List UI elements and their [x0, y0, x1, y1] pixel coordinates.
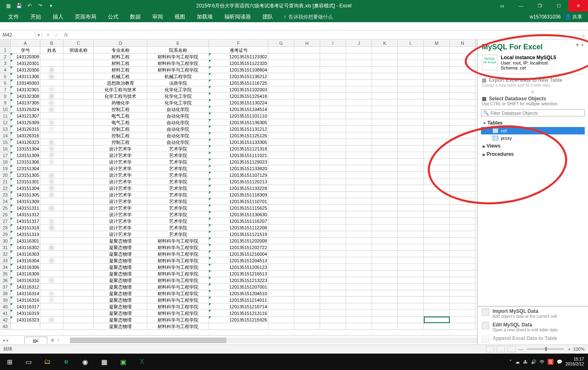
cell[interactable]	[372, 303, 398, 310]
cell[interactable]	[294, 231, 320, 238]
cell[interactable]	[450, 231, 476, 238]
cell[interactable]: 焦	[40, 139, 63, 146]
cell[interactable]	[320, 106, 346, 113]
cell[interactable]: 艺术学院	[147, 218, 209, 224]
minimize-icon[interactable]: ―	[511, 0, 530, 12]
cell[interactable]: 艺术学院	[147, 205, 209, 211]
cell[interactable]	[63, 277, 94, 284]
cell[interactable]	[450, 159, 476, 165]
cell[interactable]: 120135151207001	[209, 284, 268, 290]
row-header[interactable]: 24	[0, 198, 11, 205]
cell[interactable]	[320, 323, 346, 330]
cell[interactable]: 设计艺术学	[94, 224, 147, 231]
cell[interactable]	[372, 165, 398, 172]
panel-dropdown-icon[interactable]: ▼ ✕	[575, 43, 584, 47]
cell[interactable]	[372, 224, 398, 231]
cell[interactable]: 机械工程学院	[147, 73, 209, 80]
cell[interactable]	[320, 192, 346, 198]
cell[interactable]	[63, 178, 94, 185]
cell[interactable]	[450, 205, 476, 211]
filter-box[interactable]: 🔍	[481, 109, 585, 116]
cell[interactable]	[294, 152, 320, 159]
cell[interactable]	[346, 271, 372, 277]
cell[interactable]	[450, 244, 476, 251]
row-header[interactable]: 21	[0, 178, 11, 185]
cell[interactable]	[450, 317, 476, 323]
cell[interactable]	[63, 106, 94, 113]
cell[interactable]	[450, 113, 476, 119]
row-header[interactable]: 42	[0, 317, 11, 323]
cell[interactable]	[398, 244, 424, 251]
cell[interactable]	[424, 73, 450, 80]
row-header[interactable]: 7	[0, 86, 11, 93]
col-header[interactable]: N	[450, 39, 476, 47]
cell[interactable]	[450, 297, 476, 303]
cancel-formula-icon[interactable]: ✕	[44, 32, 52, 38]
cell[interactable]	[40, 238, 63, 244]
cell[interactable]	[450, 251, 476, 257]
cell[interactable]	[63, 139, 94, 146]
cell[interactable]	[346, 251, 372, 257]
cell[interactable]	[63, 67, 94, 73]
cell[interactable]	[372, 73, 398, 80]
cell[interactable]: 光	[40, 218, 63, 224]
cell[interactable]	[63, 284, 94, 290]
cell[interactable]	[346, 60, 372, 67]
tree-item-proxy[interactable]: proxy	[481, 134, 585, 142]
cell[interactable]	[63, 297, 94, 303]
cell[interactable]: 120135151133305	[209, 139, 268, 146]
cell[interactable]	[63, 146, 94, 152]
cell[interactable]	[398, 99, 424, 106]
cell[interactable]	[63, 317, 94, 323]
view-break-icon[interactable]	[507, 346, 516, 352]
cell[interactable]: 材料科学与工程学院	[147, 303, 209, 310]
cell[interactable]	[320, 185, 346, 192]
cell[interactable]	[372, 290, 398, 297]
cell[interactable]: 143116309	[11, 271, 40, 277]
cell[interactable]	[63, 73, 94, 80]
cell[interactable]	[268, 67, 294, 73]
cell[interactable]	[294, 264, 320, 271]
cell[interactable]: 李	[40, 152, 63, 159]
cell[interactable]	[63, 60, 94, 67]
cell[interactable]	[268, 198, 294, 205]
cell[interactable]: 艺术学院	[147, 231, 209, 238]
cell[interactable]: 143116302	[11, 244, 40, 251]
cell[interactable]	[294, 271, 320, 277]
cell[interactable]: 120135151133820	[209, 165, 268, 172]
cell[interactable]	[424, 198, 450, 205]
col-header[interactable]: C	[63, 39, 94, 47]
cell[interactable]: 设计艺术学	[94, 152, 147, 159]
cell[interactable]	[320, 53, 346, 60]
cell[interactable]	[294, 244, 320, 251]
cell[interactable]: 艺术学院	[147, 152, 209, 159]
cell[interactable]	[372, 231, 398, 238]
cell[interactable]	[268, 192, 294, 198]
cell[interactable]	[294, 198, 320, 205]
cell[interactable]	[268, 159, 294, 165]
cell[interactable]	[372, 284, 398, 290]
cell[interactable]	[450, 218, 476, 224]
cell[interactable]	[320, 146, 346, 152]
cell[interactable]: 120135151130224	[209, 99, 268, 106]
cell[interactable]	[372, 251, 398, 257]
tab-review[interactable]: 审阅	[146, 12, 169, 22]
cell[interactable]	[424, 192, 450, 198]
cell[interactable]: 材料科学与工程学院	[147, 310, 209, 317]
cell[interactable]: 143151312	[11, 211, 40, 218]
row-header[interactable]: 43	[0, 323, 11, 330]
cell[interactable]	[63, 205, 94, 211]
row-header[interactable]: 14	[0, 132, 11, 139]
cell[interactable]	[372, 86, 398, 93]
cell[interactable]	[346, 172, 372, 178]
tab-file[interactable]: 文件	[2, 12, 25, 22]
cell[interactable]	[294, 132, 320, 139]
cell[interactable]	[63, 86, 94, 93]
cell[interactable]	[372, 185, 398, 192]
cell[interactable]	[294, 205, 320, 211]
cell[interactable]	[63, 264, 94, 271]
cell[interactable]	[450, 211, 476, 218]
filter-input[interactable]	[490, 111, 583, 116]
cell[interactable]	[294, 53, 320, 60]
cell[interactable]: 艺术学院	[147, 172, 209, 178]
